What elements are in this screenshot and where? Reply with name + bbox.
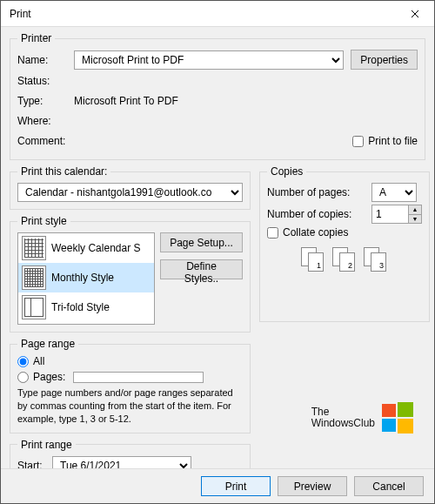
- preview-button[interactable]: Preview: [278, 476, 347, 496]
- calendar-select[interactable]: Calendar - nishantgola1991@outlook.com: [17, 183, 243, 202]
- collate-checkbox[interactable]: Collate copies: [267, 226, 422, 239]
- page-range-hint: Type page numbers and/or page ranges sep…: [17, 386, 243, 426]
- page-range-legend: Page range: [17, 338, 78, 350]
- num-copies-spinner[interactable]: ▲ ▼: [371, 205, 422, 224]
- print-to-file-checkbox[interactable]: Print to file: [352, 135, 418, 147]
- start-date-select[interactable]: Tue 6/1/2021: [52, 456, 191, 468]
- weekly-icon: [22, 236, 46, 260]
- print-style-list[interactable]: Weekly Calendar S Monthly Style Tri-fold…: [17, 232, 155, 325]
- pages-field[interactable]: [73, 372, 204, 383]
- num-copies-input[interactable]: [371, 205, 408, 224]
- collate-input[interactable]: [267, 227, 278, 239]
- page-range-all-radio[interactable]: All: [17, 355, 243, 367]
- collate-illustration: 11 22 33: [267, 247, 422, 275]
- calendar-group: Print this calendar: Calendar - nishantg…: [10, 165, 251, 210]
- style-item-trifold[interactable]: Tri-fold Style: [18, 292, 154, 322]
- close-button[interactable]: [395, 1, 434, 27]
- page-range-pages-input[interactable]: [17, 372, 29, 383]
- define-styles-button[interactable]: Define Styles..: [160, 259, 243, 279]
- print-style-legend: Print style: [17, 215, 70, 227]
- type-value: Microsoft Print To PDF: [74, 95, 178, 107]
- spin-up-icon[interactable]: ▲: [409, 205, 421, 215]
- page-range-all-input[interactable]: [17, 356, 29, 367]
- page-setup-button[interactable]: Page Setup...: [160, 232, 243, 252]
- num-pages-label: Number of pages:: [267, 186, 371, 198]
- spin-down-icon[interactable]: ▼: [409, 215, 421, 224]
- printer-group: Printer Name: Microsoft Print to PDF Pro…: [10, 32, 425, 160]
- page-range-group: Page range All Pages: Type page numbers …: [10, 338, 251, 433]
- print-to-file-label: Print to file: [368, 135, 418, 147]
- status-label: Status:: [17, 75, 74, 87]
- properties-button[interactable]: Properties: [351, 50, 418, 70]
- dialog-footer: Print Preview Cancel: [1, 468, 434, 503]
- printer-name-select[interactable]: Microsoft Print to PDF: [74, 50, 344, 70]
- cancel-button[interactable]: Cancel: [354, 476, 424, 496]
- close-icon: [411, 10, 419, 18]
- titlebar: Print: [1, 1, 434, 27]
- copies-legend: Copies: [267, 165, 306, 178]
- copies-group: Copies Number of pages: All Number of co…: [259, 165, 430, 322]
- print-to-file-input[interactable]: [352, 136, 364, 147]
- print-range-legend: Print range: [17, 439, 76, 451]
- window-title: Print: [10, 8, 395, 20]
- print-range-group: Print range Start: Tue 6/1/2021 End: Wed…: [10, 439, 251, 468]
- type-label: Type:: [17, 95, 74, 107]
- style-item-monthly[interactable]: Monthly Style: [18, 263, 154, 292]
- where-label: Where:: [17, 115, 74, 127]
- calendar-legend: Print this calendar:: [17, 165, 110, 178]
- name-label: Name:: [17, 54, 74, 66]
- trifold-icon: [22, 295, 46, 319]
- start-label: Start:: [17, 460, 52, 468]
- print-button[interactable]: Print: [201, 476, 271, 496]
- print-dialog: Print Printer Name: Microsoft Print to P…: [0, 0, 435, 504]
- monthly-icon: [22, 265, 46, 290]
- printer-legend: Printer: [17, 32, 55, 44]
- num-copies-label: Number of copies:: [267, 208, 371, 220]
- style-item-weekly[interactable]: Weekly Calendar S: [18, 233, 154, 263]
- print-style-group: Print style Weekly Calendar S Monthly St…: [10, 215, 251, 333]
- page-range-pages-radio[interactable]: Pages:: [17, 371, 243, 383]
- dialog-content: Printer Name: Microsoft Print to PDF Pro…: [1, 27, 434, 468]
- comment-label: Comment:: [17, 135, 74, 147]
- num-pages-select[interactable]: All: [371, 183, 417, 202]
